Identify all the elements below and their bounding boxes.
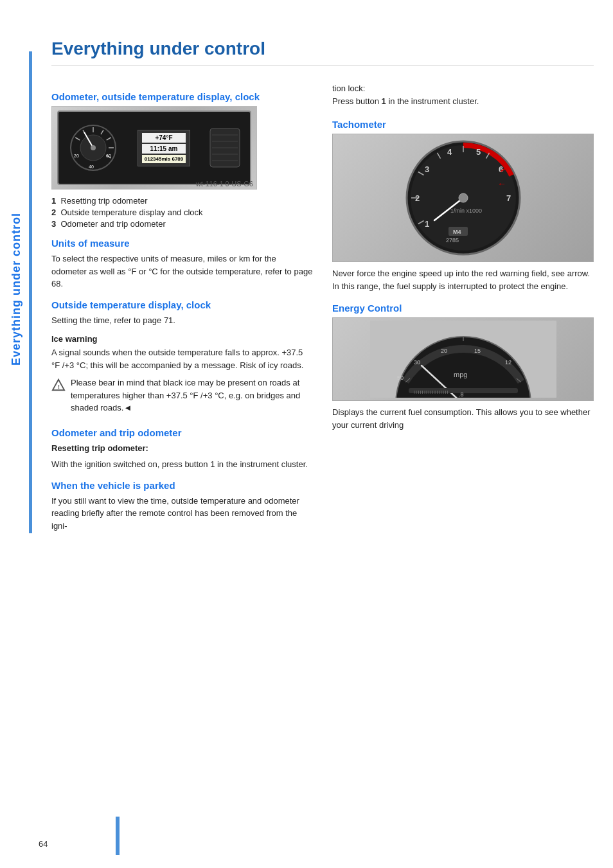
tachometer-heading: Tachometer xyxy=(332,119,594,130)
time-display: 11:15 am xyxy=(142,144,186,154)
svg-text:40: 40 xyxy=(89,164,94,169)
svg-text:5: 5 xyxy=(476,147,481,157)
right-gauge-svg xyxy=(209,122,241,173)
odometer-section-heading: Odometer, outside temperature display, c… xyxy=(51,91,313,102)
warning-text: Please bear in mind that black ice may b… xyxy=(71,376,313,414)
energy-control-heading: Energy Control xyxy=(332,303,594,314)
sidebar-bar xyxy=(29,51,32,533)
odometer-inner: 20 60 40 +74°F 11:15 am 012345mls 6789 xyxy=(57,111,251,184)
svg-point-33 xyxy=(459,193,468,202)
display-box: +74°F 11:15 am 012345mls 6789 xyxy=(138,130,191,166)
svg-text:4: 4 xyxy=(447,147,452,157)
two-column-layout: Odometer, outside temperature display, c… xyxy=(51,82,594,536)
left-column: Odometer, outside temperature display, c… xyxy=(51,82,313,536)
left-gauge-svg: 20 60 40 xyxy=(67,122,119,173)
outside-temp-heading: Outside temperature display, clock xyxy=(51,299,313,310)
list-item-1: 1 Resetting trip odometer xyxy=(51,196,313,206)
svg-text:←: ← xyxy=(497,179,506,189)
outside-temp-text: Setting the time, refer to page 71. xyxy=(51,314,313,327)
odo-trip-subheading: Resetting trip odometer: xyxy=(51,442,313,455)
odometer-image: 20 60 40 +74°F 11:15 am 012345mls 6789 xyxy=(51,106,257,190)
odo-trip-text: With the ignition switched on, press but… xyxy=(51,458,313,471)
units-heading: Units of measure xyxy=(51,238,313,249)
tachometer-text: Never force the engine speed up into the… xyxy=(332,267,594,292)
page-title: Everything under control xyxy=(51,39,594,66)
svg-text:1/min x1000: 1/min x1000 xyxy=(450,208,482,214)
svg-text:7: 7 xyxy=(506,193,511,203)
svg-text:20: 20 xyxy=(441,348,447,354)
svg-text:2785: 2785 xyxy=(446,237,459,244)
parked-heading: When the vehicle is parked xyxy=(51,480,313,491)
energy-gauge-svg: mpg 50 30 20 15 12 | | | | | | xyxy=(370,321,556,398)
svg-text:1: 1 xyxy=(425,219,429,229)
energy-control-image: mpg 50 30 20 15 12 | | | | | | xyxy=(332,317,594,401)
svg-text:15: 15 xyxy=(474,348,481,354)
tachometer-svg: 1 2 3 4 5 6 7 1/min x1000 M4 2785 xyxy=(402,137,524,259)
right-column: tion lock:Press button 1 in the instrume… xyxy=(332,82,594,536)
svg-text:.8: .8 xyxy=(459,391,464,398)
svg-text:30: 30 xyxy=(414,359,420,366)
list-item-2: 2 Outside temperature display and clock xyxy=(51,208,313,217)
parked-text: If you still want to view the time, outs… xyxy=(51,495,313,533)
tion-lock-text: tion lock:Press button 1 in the instrume… xyxy=(332,82,594,107)
ice-warning-heading: Ice warning xyxy=(51,334,313,344)
ice-warning-text: A signal sounds when the outside tempera… xyxy=(51,346,313,371)
svg-point-10 xyxy=(91,145,96,150)
svg-text:20: 20 xyxy=(74,154,79,158)
tachometer-image: 1 2 3 4 5 6 7 1/min x1000 M4 2785 xyxy=(332,134,594,262)
sidebar: Everything under control xyxy=(0,64,32,514)
warning-triangle-icon: ! xyxy=(51,378,66,392)
svg-text:3: 3 xyxy=(425,164,429,174)
svg-text:M4: M4 xyxy=(453,229,461,235)
svg-text:mpg: mpg xyxy=(454,371,467,378)
svg-text:6: 6 xyxy=(499,164,503,174)
page-indicator-bar xyxy=(116,817,120,855)
image-note: wt-116-1 0-US-G6 xyxy=(196,180,253,188)
list-item-3: 3 Odometer and trip odometer xyxy=(51,219,313,229)
odometer-list: 1 Resetting trip odometer 2 Outside temp… xyxy=(51,196,313,229)
svg-text:12: 12 xyxy=(505,359,511,366)
units-text: To select the respective units of measur… xyxy=(51,252,313,290)
page-number: 64 xyxy=(39,839,48,849)
warning-box: ! Please bear in mind that black ice may… xyxy=(51,376,313,418)
temp-display: +74°F xyxy=(142,133,186,143)
svg-text:60: 60 xyxy=(106,154,111,158)
svg-text:!: ! xyxy=(58,384,60,390)
sidebar-label: Everything under control xyxy=(10,213,23,366)
energy-text: Displays the current fuel consumption. T… xyxy=(332,406,594,431)
main-content: Everything under control Odometer, outsi… xyxy=(39,0,613,562)
svg-text:50: 50 xyxy=(397,375,404,381)
odo-trip-heading: Odometer and trip odometer xyxy=(51,427,313,438)
svg-text:| | | | | | | | | | | | | | | : | | | | | | | | | | | | | | | | | xyxy=(414,390,449,394)
odo-display: 012345mls 6789 xyxy=(142,155,186,163)
